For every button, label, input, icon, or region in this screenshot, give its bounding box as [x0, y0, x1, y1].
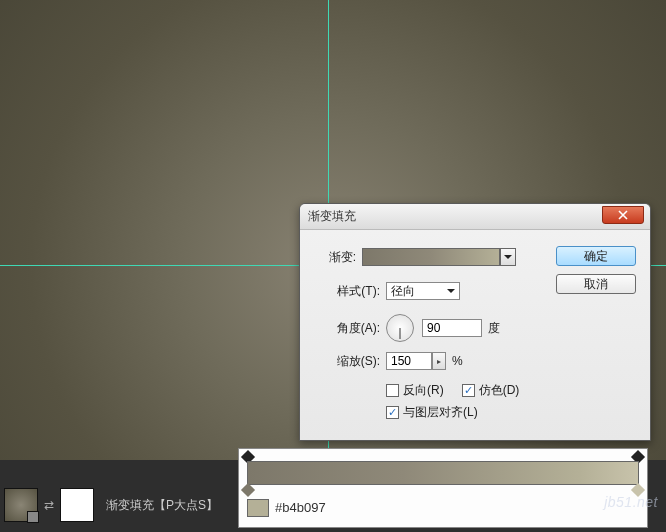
gradient-label: 渐变: [320, 249, 356, 266]
dialog-titlebar[interactable]: 渐变填充 [300, 204, 650, 230]
gradient-editor: #b4b097 [238, 448, 648, 528]
dialog-title: 渐变填充 [308, 208, 356, 225]
watermark: jb51.net [604, 494, 658, 510]
color-swatch[interactable] [247, 499, 269, 517]
scale-label: 缩放(S): [320, 353, 380, 370]
layer-mask-thumbnail[interactable] [60, 488, 94, 522]
dither-checkbox[interactable] [462, 384, 475, 397]
layer-thumbnail[interactable] [4, 488, 38, 522]
angle-label: 角度(A): [320, 320, 380, 337]
style-label: 样式(T): [320, 283, 380, 300]
layer-name: 渐变填充【P大点S】 [106, 497, 218, 514]
style-value: 径向 [391, 283, 415, 300]
cancel-button[interactable]: 取消 [556, 274, 636, 294]
align-checkbox[interactable] [386, 406, 399, 419]
gradient-dropdown-button[interactable] [500, 248, 516, 266]
style-select[interactable]: 径向 [386, 282, 460, 300]
ok-button-label: 确定 [584, 248, 608, 265]
angle-input[interactable] [422, 319, 482, 337]
reverse-label: 反向(R) [403, 382, 444, 399]
angle-dial[interactable] [386, 314, 414, 342]
scale-input[interactable] [386, 352, 432, 370]
scale-unit: % [452, 354, 463, 368]
hex-value: #b4b097 [275, 500, 326, 515]
layer-strip: ⇄ 渐变填充【P大点S】 [4, 484, 218, 526]
dither-label: 仿色(D) [479, 382, 520, 399]
scale-spinner[interactable] [432, 352, 446, 370]
gradient-preview[interactable] [362, 248, 500, 266]
color-stop-left[interactable] [241, 483, 255, 497]
close-icon [618, 210, 628, 220]
cancel-button-label: 取消 [584, 276, 608, 293]
link-icon: ⇄ [44, 498, 54, 512]
reverse-checkbox[interactable] [386, 384, 399, 397]
angle-unit: 度 [488, 320, 500, 337]
gradient-track[interactable] [247, 461, 639, 485]
close-button[interactable] [602, 206, 644, 224]
align-label: 与图层对齐(L) [403, 404, 478, 421]
ok-button[interactable]: 确定 [556, 246, 636, 266]
gradient-fill-dialog: 渐变填充 渐变: 确定 取消 样式(T): 径向 角度(A): [299, 203, 651, 441]
